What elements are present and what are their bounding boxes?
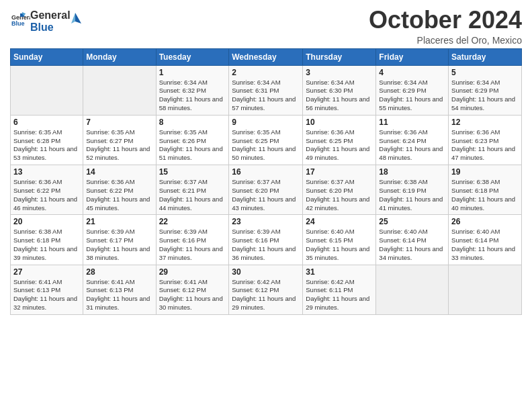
weekday-header: Saturday [449,48,522,65]
calendar-week-row: 6Sunrise: 6:35 AMSunset: 6:28 PMDaylight… [11,115,522,165]
day-number: 14 [86,167,152,177]
day-number: 26 [451,217,519,226]
calendar-cell: 11Sunrise: 6:36 AMSunset: 6:24 PMDayligh… [376,115,449,165]
day-info: Sunrise: 6:37 AMSunset: 6:20 PMDaylight:… [306,178,373,212]
calendar-week-row: 13Sunrise: 6:36 AMSunset: 6:22 PMDayligh… [11,165,522,215]
calendar-cell: 8Sunrise: 6:35 AMSunset: 6:26 PMDaylight… [156,115,229,165]
calendar-cell: 4Sunrise: 6:34 AMSunset: 6:29 PMDaylight… [376,65,449,115]
calendar-cell: 24Sunrise: 6:40 AMSunset: 6:15 PMDayligh… [303,215,376,265]
calendar-cell: 14Sunrise: 6:36 AMSunset: 6:22 PMDayligh… [83,165,156,215]
day-number: 5 [451,68,519,77]
calendar-cell: 1Sunrise: 6:34 AMSunset: 6:32 PMDaylight… [156,65,229,115]
weekday-header: Monday [83,48,156,65]
day-info: Sunrise: 6:35 AMSunset: 6:26 PMDaylight:… [159,128,226,163]
day-info: Sunrise: 6:39 AMSunset: 6:16 PMDaylight:… [159,228,226,262]
day-info: Sunrise: 6:37 AMSunset: 6:20 PMDaylight:… [232,178,300,212]
header-row: General Blue General Blue October 2024 P… [10,7,522,46]
weekday-header: Sunday [11,48,83,65]
day-info: Sunrise: 6:41 AMSunset: 6:13 PMDaylight:… [86,278,152,312]
day-number: 3 [306,68,373,77]
day-info: Sunrise: 6:36 AMSunset: 6:25 PMDaylight:… [306,128,373,163]
day-info: Sunrise: 6:35 AMSunset: 6:27 PMDaylight:… [86,128,152,163]
day-info: Sunrise: 6:40 AMSunset: 6:14 PMDaylight:… [451,228,519,262]
calendar-cell: 6Sunrise: 6:35 AMSunset: 6:28 PMDaylight… [11,115,83,165]
day-info: Sunrise: 6:38 AMSunset: 6:19 PMDaylight:… [379,178,445,212]
weekday-header: Wednesday [229,48,303,65]
calendar-cell: 10Sunrise: 6:36 AMSunset: 6:25 PMDayligh… [303,115,376,165]
calendar-week-row: 1Sunrise: 6:34 AMSunset: 6:32 PMDaylight… [11,65,522,115]
day-number: 27 [13,267,80,277]
logo-general: General [30,9,71,21]
calendar-cell: 28Sunrise: 6:41 AMSunset: 6:13 PMDayligh… [83,265,156,314]
day-info: Sunrise: 6:40 AMSunset: 6:14 PMDaylight:… [379,228,445,262]
weekday-header: Thursday [303,48,376,65]
day-info: Sunrise: 6:37 AMSunset: 6:21 PMDaylight:… [159,178,226,212]
day-number: 7 [86,118,152,127]
calendar-cell [376,265,449,314]
svg-marker-5 [71,13,75,24]
day-number: 13 [13,167,80,177]
day-number: 18 [379,167,445,177]
calendar-cell: 16Sunrise: 6:37 AMSunset: 6:20 PMDayligh… [229,165,303,215]
day-number: 15 [159,167,226,177]
calendar-cell: 9Sunrise: 6:35 AMSunset: 6:25 PMDaylight… [229,115,303,165]
title-block: October 2024 Placeres del Oro, Mexico [369,7,522,46]
day-info: Sunrise: 6:34 AMSunset: 6:30 PMDaylight:… [306,79,373,113]
month-title: October 2024 [369,7,522,34]
day-number: 24 [306,217,373,226]
logo-icon: General Blue [11,11,30,30]
day-number: 16 [232,167,300,177]
day-number: 29 [159,267,226,277]
day-number: 31 [306,267,373,277]
calendar-cell: 30Sunrise: 6:42 AMSunset: 6:12 PMDayligh… [229,265,303,314]
day-number: 12 [451,118,519,127]
day-info: Sunrise: 6:41 AMSunset: 6:12 PMDaylight:… [159,278,226,312]
page-container: General Blue General Blue October 2024 P… [0,0,532,322]
calendar-cell: 23Sunrise: 6:39 AMSunset: 6:16 PMDayligh… [229,215,303,265]
day-info: Sunrise: 6:42 AMSunset: 6:11 PMDaylight:… [306,278,373,312]
day-info: Sunrise: 6:34 AMSunset: 6:31 PMDaylight:… [232,79,300,113]
day-number: 19 [451,167,519,177]
day-number: 1 [159,68,226,77]
day-number: 11 [379,118,445,127]
calendar-cell: 12Sunrise: 6:36 AMSunset: 6:23 PMDayligh… [449,115,522,165]
day-number: 10 [306,118,373,127]
day-info: Sunrise: 6:36 AMSunset: 6:22 PMDaylight:… [13,178,80,212]
location-subtitle: Placeres del Oro, Mexico [369,35,522,46]
day-info: Sunrise: 6:39 AMSunset: 6:17 PMDaylight:… [86,228,152,262]
day-number: 6 [13,118,80,127]
calendar-cell: 2Sunrise: 6:34 AMSunset: 6:31 PMDaylight… [229,65,303,115]
calendar-cell: 27Sunrise: 6:41 AMSunset: 6:13 PMDayligh… [11,265,83,314]
logo: General Blue General Blue [10,9,83,33]
calendar-cell: 25Sunrise: 6:40 AMSunset: 6:14 PMDayligh… [376,215,449,265]
calendar-table: SundayMondayTuesdayWednesdayThursdayFrid… [10,48,522,315]
day-number: 25 [379,217,445,226]
calendar-cell: 19Sunrise: 6:38 AMSunset: 6:18 PMDayligh… [449,165,522,215]
day-number: 22 [159,217,226,226]
calendar-cell: 5Sunrise: 6:34 AMSunset: 6:29 PMDaylight… [449,65,522,115]
day-info: Sunrise: 6:35 AMSunset: 6:25 PMDaylight:… [232,128,300,163]
day-info: Sunrise: 6:36 AMSunset: 6:22 PMDaylight:… [86,178,152,212]
calendar-cell: 3Sunrise: 6:34 AMSunset: 6:30 PMDaylight… [303,65,376,115]
calendar-cell: 29Sunrise: 6:41 AMSunset: 6:12 PMDayligh… [156,265,229,314]
svg-marker-4 [75,13,81,24]
weekday-header: Tuesday [156,48,229,65]
day-info: Sunrise: 6:35 AMSunset: 6:28 PMDaylight:… [13,128,80,163]
calendar-week-row: 20Sunrise: 6:38 AMSunset: 6:18 PMDayligh… [11,215,522,265]
day-number: 21 [86,217,152,226]
calendar-cell: 7Sunrise: 6:35 AMSunset: 6:27 PMDaylight… [83,115,156,165]
day-number: 8 [159,118,226,127]
day-number: 17 [306,167,373,177]
day-info: Sunrise: 6:42 AMSunset: 6:12 PMDaylight:… [232,278,300,312]
day-info: Sunrise: 6:36 AMSunset: 6:23 PMDaylight:… [451,128,519,163]
day-number: 28 [86,267,152,277]
calendar-cell: 21Sunrise: 6:39 AMSunset: 6:17 PMDayligh… [83,215,156,265]
day-info: Sunrise: 6:36 AMSunset: 6:24 PMDaylight:… [379,128,445,163]
calendar-cell: 15Sunrise: 6:37 AMSunset: 6:21 PMDayligh… [156,165,229,215]
day-info: Sunrise: 6:39 AMSunset: 6:16 PMDaylight:… [232,228,300,262]
day-number: 23 [232,217,300,226]
day-info: Sunrise: 6:38 AMSunset: 6:18 PMDaylight:… [451,178,519,212]
day-number: 20 [13,217,80,226]
calendar-week-row: 27Sunrise: 6:41 AMSunset: 6:13 PMDayligh… [11,265,522,314]
logo-blue: Blue [30,21,71,34]
